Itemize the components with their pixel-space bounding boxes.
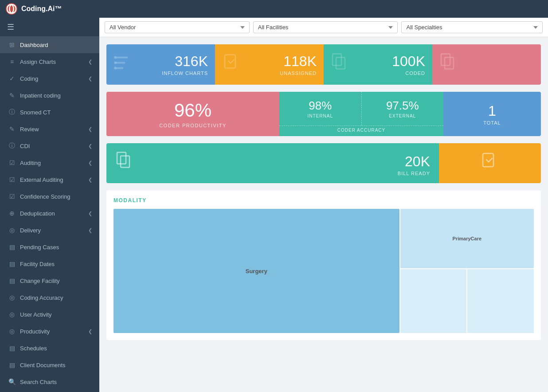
sidebar-item-client-documents[interactable]: ▤Client Documents	[0, 357, 99, 373]
sidebar-icon-delivery: ◎	[8, 227, 16, 234]
unassigned-card: 118K UNASSIGNED	[215, 44, 324, 85]
accuracy-values: 98% INTERNAL 97.5% EXTERNAL	[279, 92, 443, 126]
filter-bar: All Vendor All Facilities All Specialtie…	[99, 18, 548, 37]
internal-label: INTERNAL	[308, 114, 333, 118]
sidebar-item-confidence-scoring[interactable]: ☑Confidence Scoring	[0, 188, 99, 205]
sidebar-item-user-activity[interactable]: ◎User Activity	[0, 306, 99, 323]
sidebar-item-delivery[interactable]: ◎Delivery❮	[0, 222, 99, 239]
vendor-filter[interactable]: All Vendor	[105, 21, 250, 33]
sidebar-item-search-charts[interactable]: 🔍Search Charts	[0, 373, 99, 390]
dashboard-content: 316K INFLOW CHARTS 118K UNASSIGNED	[99, 37, 548, 347]
sidebar-icon-dashboard: ⊞	[8, 41, 16, 48]
external-value: 97.5%	[386, 99, 419, 113]
primary-care-label: PrimaryCare	[453, 236, 481, 241]
bill-label: BILL READY	[398, 171, 430, 176]
svg-rect-8	[333, 54, 341, 65]
sidebar-item-coding-accuracy[interactable]: ◎Coding Accuracy	[0, 289, 99, 306]
specialties-filter[interactable]: All Specialties	[401, 21, 543, 33]
sidebar-item-assign-charts[interactable]: ≡Assign Charts❮	[0, 53, 99, 70]
sidebar-item-cdi[interactable]: ⓘCDI❮	[0, 137, 99, 154]
productivity-label: CODER PRODUCTIVITY	[159, 123, 227, 128]
treemap-small-1	[400, 269, 467, 333]
modality-title: MODALITY	[114, 197, 534, 204]
sidebar-icon-change-facility: ▤	[8, 277, 16, 284]
sidebar-chevron-auditing: ❮	[88, 160, 92, 166]
sidebar: ☰ ⊞Dashboard≡Assign Charts❮✓Coding❮✎Inpa…	[0, 18, 99, 392]
sidebar-chevron-cdi: ❮	[88, 143, 92, 149]
sidebar-item-inpatient-coding[interactable]: ✎Inpatient coding	[0, 87, 99, 104]
accuracy-row: 96% CODER PRODUCTIVITY 98% INTERNAL 97.5…	[106, 92, 541, 136]
sidebar-label-schedules: Schedules	[20, 345, 47, 352]
app-logo: Coding.Ai™	[5, 3, 62, 15]
unassigned-number: 118K	[283, 53, 317, 70]
unassigned-icon	[222, 53, 242, 76]
svg-rect-14	[483, 153, 493, 167]
sidebar-item-schedules[interactable]: ▤Schedules	[0, 340, 99, 357]
treemap-small-2	[467, 269, 534, 333]
sidebar-item-auditing[interactable]: ☑Auditing❮	[0, 154, 99, 171]
sidebar-label-user-activity: User Activity	[20, 311, 52, 318]
sidebar-chevron-assign-charts: ❮	[88, 59, 92, 65]
main-content: All Vendor All Facilities All Specialtie…	[99, 18, 548, 392]
sidebar-icon-coding: ✓	[8, 75, 16, 82]
total-label: TOTAL	[483, 120, 501, 125]
sidebar-item-facility-dates[interactable]: ▤Facility Dates	[0, 255, 99, 272]
sidebar-icon-productivity: ◎	[8, 328, 16, 335]
sidebar-label-pending-cases: Pending Cases	[20, 244, 59, 251]
sidebar-icon-inpatient-coding: ✎	[8, 92, 16, 99]
sidebar-icon-review: ✎	[8, 125, 16, 133]
inflow-icon	[114, 53, 133, 76]
sidebar-item-coding[interactable]: ✓Coding❮	[0, 70, 99, 87]
svg-rect-10	[441, 54, 450, 65]
bill-icon	[115, 152, 135, 175]
sidebar-label-assign-charts: Assign Charts	[20, 59, 56, 65]
sidebar-label-coding: Coding	[20, 75, 38, 82]
sidebar-icon-snomed-ct: ⓘ	[8, 109, 16, 116]
sidebar-label-confidence-scoring: Confidence Scoring	[20, 193, 70, 200]
sidebar-item-change-facility[interactable]: ▤Change Facility	[0, 272, 99, 289]
sidebar-label-productivity: Productivity	[20, 328, 50, 335]
total-value: 1	[488, 103, 496, 119]
sidebar-label-client-documents: Client Documents	[20, 362, 66, 368]
sidebar-chevron-deduplication: ❮	[88, 211, 92, 216]
sidebar-icon-client-documents: ▤	[8, 361, 16, 368]
inflow-card: 316K INFLOW CHARTS	[106, 44, 215, 85]
sidebar-label-auditing: Auditing	[20, 160, 41, 166]
stat-cards-row: 316K INFLOW CHARTS 118K UNASSIGNED	[106, 44, 541, 85]
svg-rect-9	[336, 57, 345, 69]
sidebar-label-external-auditing: External Auditing	[20, 176, 63, 183]
svg-rect-1	[115, 56, 128, 58]
sidebar-item-dashboard[interactable]: ⊞Dashboard	[0, 36, 99, 53]
sidebar-item-snomed-ct[interactable]: ⓘSnomed CT	[0, 104, 99, 121]
sidebar-icon-cdi: ⓘ	[8, 142, 16, 149]
internal-accuracy: 98% INTERNAL	[279, 92, 362, 125]
accuracy-mid: 98% INTERNAL 97.5% EXTERNAL CODER ACCURA…	[279, 92, 443, 136]
sidebar-item-external-auditing[interactable]: ☑External Auditing❮	[0, 171, 99, 188]
treemap-surgery: Surgery	[114, 209, 399, 333]
treemap-right: PrimaryCare	[400, 209, 534, 333]
modality-section: MODALITY Surgery PrimaryCare	[106, 190, 541, 340]
sidebar-icon-facility-dates: ▤	[8, 260, 16, 267]
coded-number: 100K	[392, 53, 425, 70]
svg-point-6	[114, 67, 117, 69]
sidebar-icon-external-auditing: ☑	[8, 176, 16, 183]
sidebar-label-deduplication: Deduplication	[20, 210, 55, 217]
sidebar-item-productivity[interactable]: ◎Productivity❮	[0, 323, 99, 340]
facilities-filter[interactable]: All Facilities	[253, 21, 398, 33]
sidebar-icon-assign-charts: ≡	[8, 58, 16, 65]
svg-rect-12	[117, 153, 126, 164]
external-label: EXTERNAL	[389, 114, 416, 118]
treemap: Surgery PrimaryCare	[114, 209, 534, 333]
sidebar-label-coding-accuracy: Coding Accuracy	[20, 294, 63, 301]
hamburger-menu[interactable]: ☰	[0, 18, 99, 36]
sidebar-label-change-facility: Change Facility	[20, 278, 60, 284]
coded-icon	[331, 53, 350, 76]
sidebar-item-review[interactable]: ✎Review❮	[0, 121, 99, 137]
fourth-card	[432, 44, 541, 85]
sidebar-item-deduplication[interactable]: ⊕Deduplication❮	[0, 205, 99, 222]
sidebar-icon-coding-accuracy: ◎	[8, 294, 16, 301]
sidebar-label-inpatient-coding: Inpatient coding	[20, 92, 61, 99]
fourth-icon	[439, 53, 459, 76]
svg-rect-7	[225, 55, 235, 68]
sidebar-item-pending-cases[interactable]: ▤Pending Cases	[0, 239, 99, 255]
